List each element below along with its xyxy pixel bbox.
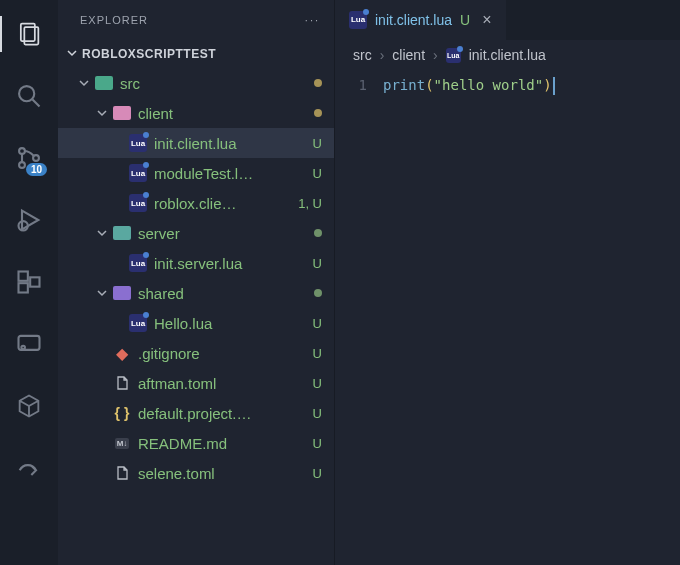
- file-hello[interactable]: Lua Hello.lua U: [58, 308, 334, 338]
- editor: Lua init.client.lua U × src › client › L…: [334, 0, 680, 565]
- sidebar-header: EXPLORER ···: [58, 0, 334, 40]
- search-icon[interactable]: [5, 72, 53, 120]
- breadcrumb-src[interactable]: src: [353, 47, 372, 63]
- file-label: init.client.lua: [154, 135, 307, 152]
- svg-point-6: [33, 155, 39, 161]
- svg-point-5: [19, 162, 25, 168]
- lua-icon: Lua: [128, 163, 148, 183]
- file-label: .gitignore: [138, 345, 307, 362]
- status-dot: [314, 79, 322, 87]
- svg-rect-9: [19, 272, 28, 281]
- svg-point-4: [19, 148, 25, 154]
- status-dot: [314, 109, 322, 117]
- chevron-down-icon: [94, 225, 110, 241]
- folder-label: src: [120, 75, 308, 92]
- code-editor[interactable]: 1 print("hello world"): [335, 70, 680, 565]
- file-label: default.project.…: [138, 405, 307, 422]
- folder-label: client: [138, 105, 308, 122]
- file-selene[interactable]: selene.toml U: [58, 458, 334, 488]
- lua-icon: Lua: [128, 133, 148, 153]
- chevron-down-icon: [94, 285, 110, 301]
- file-module-test[interactable]: Lua moduleTest.l… U: [58, 158, 334, 188]
- folder-icon: [94, 73, 114, 93]
- section-title: ROBLOXSCRIPTTEST: [82, 47, 216, 61]
- cursor: [553, 77, 555, 95]
- git-status: U: [313, 406, 322, 421]
- folder-server[interactable]: server: [58, 218, 334, 248]
- git-icon: ◆: [112, 343, 132, 363]
- cube-icon[interactable]: [5, 382, 53, 430]
- line-gutter: 1: [335, 74, 383, 565]
- git-status: U: [313, 136, 322, 151]
- file-readme[interactable]: M↓ README.md U: [58, 428, 334, 458]
- chevron-down-icon: [76, 75, 92, 91]
- folder-icon: [112, 223, 132, 243]
- markdown-icon: M↓: [112, 433, 132, 453]
- svg-point-13: [21, 346, 25, 350]
- svg-rect-10: [19, 283, 28, 292]
- breadcrumb-client[interactable]: client: [392, 47, 425, 63]
- extensions-icon[interactable]: [5, 258, 53, 306]
- lua-icon: Lua: [128, 313, 148, 333]
- file-init-server[interactable]: Lua init.server.lua U: [58, 248, 334, 278]
- folder-icon: [112, 103, 132, 123]
- git-status: U: [313, 436, 322, 451]
- file-icon: [112, 373, 132, 393]
- file-default-project[interactable]: { } default.project.… U: [58, 398, 334, 428]
- more-icon[interactable]: ···: [305, 14, 320, 26]
- svg-marker-7: [22, 211, 38, 230]
- close-icon[interactable]: ×: [478, 11, 495, 29]
- folder-client[interactable]: client: [58, 98, 334, 128]
- file-label: README.md: [138, 435, 307, 452]
- source-control-icon[interactable]: 10: [5, 134, 53, 182]
- file-label: roblox.clie…: [154, 195, 292, 212]
- file-aftman[interactable]: aftman.toml U: [58, 368, 334, 398]
- code-line[interactable]: print("hello world"): [383, 74, 555, 96]
- file-label: moduleTest.l…: [154, 165, 307, 182]
- section-header[interactable]: ROBLOXSCRIPTTEST: [58, 40, 334, 68]
- folder-label: server: [138, 225, 308, 242]
- code-content[interactable]: print("hello world"): [383, 74, 555, 565]
- sidebar-title: EXPLORER: [80, 14, 148, 26]
- status-dot: [314, 289, 322, 297]
- tab-title: init.client.lua: [375, 12, 452, 28]
- git-status: U: [313, 346, 322, 361]
- breadcrumb-file[interactable]: init.client.lua: [469, 47, 546, 63]
- chevron-right-icon: ›: [380, 47, 385, 63]
- git-status: U: [313, 166, 322, 181]
- file-label: aftman.toml: [138, 375, 307, 392]
- chevron-down-icon: [94, 105, 110, 121]
- explorer-icon[interactable]: [5, 10, 53, 58]
- tab-modified: U: [460, 12, 470, 28]
- lua-icon: Lua: [128, 193, 148, 213]
- folder-icon: [112, 283, 132, 303]
- svg-rect-11: [30, 277, 39, 286]
- file-tree: src client Lua init.client.lua U Lua mod…: [58, 68, 334, 565]
- git-status: U: [313, 376, 322, 391]
- tab-init-client[interactable]: Lua init.client.lua U ×: [335, 0, 506, 40]
- svg-point-2: [19, 86, 34, 101]
- chevron-right-icon: ›: [433, 47, 438, 63]
- file-gitignore[interactable]: ◆ .gitignore U: [58, 338, 334, 368]
- activity-bar: 10: [0, 0, 58, 565]
- lua-icon: Lua: [128, 253, 148, 273]
- file-roblox-client[interactable]: Lua roblox.clie… 1, U: [58, 188, 334, 218]
- git-status: U: [313, 466, 322, 481]
- tab-bar: Lua init.client.lua U ×: [335, 0, 680, 40]
- remote-icon[interactable]: [5, 320, 53, 368]
- line-number: 1: [335, 74, 367, 96]
- folder-shared[interactable]: shared: [58, 278, 334, 308]
- file-init-client[interactable]: Lua init.client.lua U: [58, 128, 334, 158]
- git-status: U: [313, 316, 322, 331]
- breadcrumbs[interactable]: src › client › Lua init.client.lua: [335, 40, 680, 70]
- json-icon: { }: [112, 403, 132, 423]
- lua-icon: Lua: [349, 11, 367, 29]
- share-icon[interactable]: [5, 444, 53, 492]
- file-label: selene.toml: [138, 465, 307, 482]
- folder-src[interactable]: src: [58, 68, 334, 98]
- status-dot: [314, 229, 322, 237]
- git-status: U: [313, 256, 322, 271]
- file-label: init.server.lua: [154, 255, 307, 272]
- folder-label: shared: [138, 285, 308, 302]
- debug-icon[interactable]: [5, 196, 53, 244]
